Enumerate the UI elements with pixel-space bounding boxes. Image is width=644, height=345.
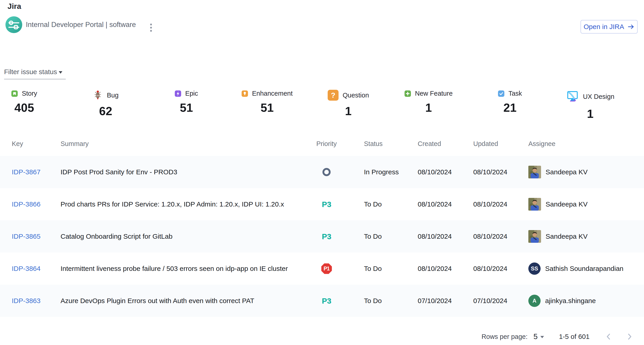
issue-summary: Catalog Onboarding Script for GitLab [60,220,172,253]
priority-p3-icon: P3 [322,232,331,241]
priority-p1-icon: P1 [321,263,332,274]
issue-key-link[interactable]: IDP-3867 [12,168,40,176]
counter-value: 405 [14,102,34,114]
filter-issue-status-select[interactable]: Filter issue status [4,68,66,79]
assignee-name: Sandeepa KV [546,168,588,176]
svg-text:</>: </> [96,94,99,97]
filter-label: Filter issue status [4,68,57,76]
counter-value: 51 [260,102,274,114]
epic-icon [175,90,181,97]
issue-updated: 08/10/2024 [473,188,507,220]
issue-created: 08/10/2024 [418,156,452,188]
assignee-initials-avatar: SS [528,263,540,275]
counter-value: 62 [99,105,112,117]
issue-status: To Do [364,285,382,317]
issue-row: IDP-3863Azure DevOps Plugin Errors out w… [0,285,644,317]
issue-created: 08/10/2024 [418,253,452,285]
story-icon [11,90,18,97]
entity-name: Internal Developer Portal | software [26,21,136,29]
issue-created: 08/10/2024 [418,188,452,220]
counter-label: Enhancement [252,90,293,97]
priority-none-icon [322,168,330,176]
priority-p3-icon: P3 [322,297,331,305]
counter-task[interactable]: Task21 [498,90,522,114]
issue-updated: 08/10/2024 [473,220,507,253]
chevron-right-icon [626,333,634,341]
new-feature-icon [404,90,411,97]
counter-label: Question [343,92,369,99]
column-header-summary: Summary [60,134,89,154]
assignee-name: Sathish Soundarapandian [545,265,623,273]
issue-status: In Progress [364,156,399,188]
counter-label: Task [508,90,522,97]
jira-plugin-page: Jira Internal Developer Portal | softwar… [0,0,644,345]
page-title: Jira [8,2,21,11]
issue-key-link[interactable]: IDP-3863 [12,297,40,305]
issue-type-counters: Story405</>Bug62Epic51Enhancement51?Ques… [0,90,644,128]
counter-value: 1 [426,102,432,114]
rows-per-page-value: 5 [534,332,538,341]
next-page-button[interactable] [625,332,634,341]
issue-summary: IDP Post Prod Sanity for Env - PROD3 [60,156,177,188]
assignee-initials-avatar: A [528,295,540,307]
assignee-photo-avatar [528,198,541,211]
kebab-dot [150,23,152,25]
open-in-jira-button[interactable]: Open in JIRA [580,20,638,33]
column-header-key: Key [12,134,23,154]
counter-label: Bug [107,92,118,99]
chevron-down-icon [59,71,62,74]
issue-row: IDP-3864Intermittent liveness probe fail… [0,253,644,285]
more-options-button[interactable] [147,22,155,33]
issue-created: 07/10/2024 [418,285,452,317]
issue-row: IDP-3866Prod charts PRs for IDP Service:… [0,188,644,220]
counter-ux-design[interactable]: UX Design1 [566,90,614,120]
chevron-down-icon [540,336,544,338]
assignee-name: ajinkya.shingane [545,297,596,305]
issue-summary: Prod charts PRs for IDP Service: 1.20.x,… [60,188,284,220]
kebab-dot [150,27,152,28]
issue-updated: 08/10/2024 [473,253,507,285]
counter-value: 51 [180,102,193,114]
rows-per-page-label: Rows per page: [482,333,528,341]
counter-value: 1 [587,108,594,120]
table-header: KeySummaryPriorityStatusCreatedUpdatedAs… [0,134,644,154]
counter-label: Epic [185,90,198,97]
counter-value: 21 [504,102,516,114]
assignee-photo-avatar [528,166,541,178]
rows-per-page-select[interactable]: 5 [534,332,544,341]
priority-p3-icon: P3 [322,200,331,209]
counter-label: UX Design [583,93,614,100]
entity-avatar-icon [6,16,22,33]
column-header-status: Status [364,134,382,154]
issue-summary: Intermittent liveness probe failure / 50… [60,253,288,285]
question-icon: ? [328,90,338,101]
open-in-jira-label: Open in JIRA [584,23,624,30]
issue-row: IDP-3867IDP Post Prod Sanity for Env - P… [0,156,644,188]
assignee-photo-avatar [528,230,541,243]
counter-story[interactable]: Story405 [11,90,37,114]
counter-label: Story [22,90,37,97]
entity-header: Internal Developer Portal | software [6,16,136,33]
counter-label: New Feature [415,90,452,97]
column-header-priority: Priority [318,134,334,154]
issue-status: To Do [364,253,382,285]
counter-enhancement[interactable]: Enhancement51 [242,90,293,114]
kebab-dot [150,30,152,32]
issue-key-link[interactable]: IDP-3865 [12,233,40,240]
issue-key-link[interactable]: IDP-3864 [12,265,40,273]
counter-bug[interactable]: </>Bug62 [93,90,118,117]
bug-icon: </> [93,90,103,101]
issue-updated: 07/10/2024 [473,285,507,317]
previous-page-button[interactable] [604,332,613,341]
issue-status: To Do [364,188,382,220]
issue-summary: Azure DevOps Plugin Errors out with Auth… [60,285,254,317]
issue-key-link[interactable]: IDP-3866 [12,200,40,208]
task-icon [498,90,504,97]
issue-updated: 08/10/2024 [473,156,507,188]
pagination-bar: Rows per page: 5 1-5 of 601 [0,328,644,345]
counter-new-feature[interactable]: New Feature1 [404,90,452,114]
counter-epic[interactable]: Epic51 [175,90,198,114]
counter-question[interactable]: ?Question1 [328,90,369,117]
issue-status: To Do [364,220,382,253]
arrow-right-icon [627,23,634,30]
